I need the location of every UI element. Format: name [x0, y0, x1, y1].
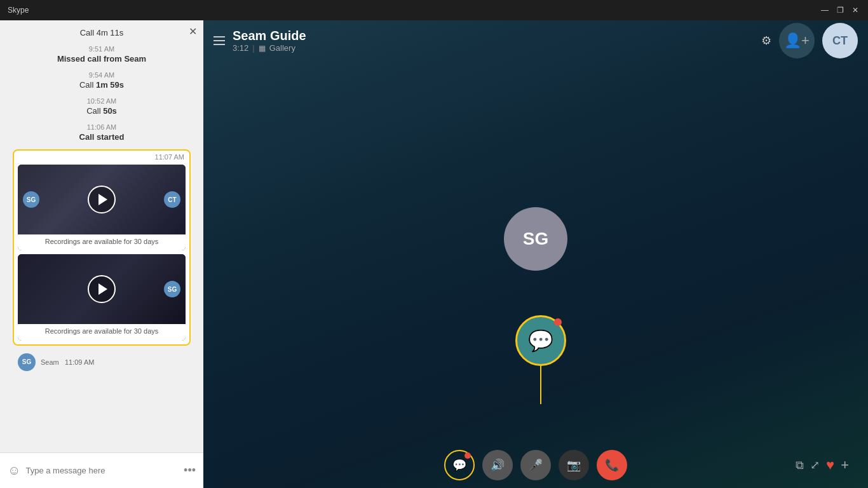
seam-name: Seam: [41, 358, 59, 366]
gallery-icon: ▦: [259, 44, 266, 53]
recording-thumbnail-2: SG: [18, 254, 186, 324]
chat-badge: [554, 318, 562, 326]
chat-text: Call started: [10, 132, 193, 142]
chat-popup-line: [540, 366, 541, 404]
screen-share-button[interactable]: ⧉: [796, 457, 804, 473]
avatar-right-2: SG: [164, 281, 180, 297]
add-person-button[interactable]: 👤+: [779, 23, 815, 58]
chat-text: Call 4m 11s: [10, 28, 193, 37]
more-options-button[interactable]: •••: [184, 464, 196, 477]
seam-indicator: SG Seam 11:09 AM: [10, 351, 193, 374]
recording-timestamp: 11:07 AM: [14, 151, 189, 161]
call-controls: 💬 🔊 🎤 📷 📞 ⧉ ⤢ ♥ +: [203, 442, 868, 488]
chat-time: 9:54 AM: [10, 71, 193, 79]
avatar-right-1: CT: [164, 191, 180, 208]
chat-text: Call 1m 59s: [10, 80, 193, 90]
chat-popup-button[interactable]: 💬: [515, 315, 566, 366]
sidebar-close-button[interactable]: ✕: [189, 25, 197, 37]
chat-text: Call 50s: [10, 106, 193, 116]
chat-popup-icon: 💬: [528, 329, 553, 353]
hamburger-line: [214, 36, 225, 37]
speaker-icon: 🔊: [491, 458, 505, 472]
call-info: Seam Guide 3:12 | ▦ Gallery: [233, 29, 761, 53]
heart-button[interactable]: ♥: [826, 457, 834, 473]
header-actions: ⚙ 👤+ CT: [761, 23, 858, 58]
recording-caption-2: Recordings are available for 30 days: [18, 324, 186, 340]
call-duration: 3:12: [233, 43, 248, 53]
recording-item-2: SG Recordings are available for 30 days: [18, 254, 186, 340]
mute-button[interactable]: 🎤: [520, 450, 551, 480]
restore-button[interactable]: ❐: [835, 5, 845, 15]
titlebar: Skype — ❐ ✕: [0, 0, 868, 20]
chat-time: 9:51 AM: [10, 45, 193, 53]
seam-avatar: SG: [18, 353, 36, 371]
user-avatar-button[interactable]: CT: [822, 23, 858, 58]
play-button-2[interactable]: [88, 275, 116, 303]
chat-item: 11:06 AM Call started: [10, 123, 193, 142]
chat-item: 10:52 AM Call 50s: [10, 97, 193, 116]
chat-sidebar: ✕ Call 4m 11s 9:51 AM Missed call from S…: [0, 20, 203, 488]
chat-text: Missed call from Seam: [10, 54, 193, 64]
sg-avatar: SG: [504, 207, 567, 271]
chat-time: 11:06 AM: [10, 123, 193, 131]
hamburger-line: [214, 44, 225, 45]
subtitle-pipe: |: [252, 43, 254, 53]
hamburger-line: [214, 40, 225, 41]
emoji-button[interactable]: ☺: [8, 463, 20, 478]
seam-name-time: Seam 11:09 AM: [41, 358, 94, 366]
chat-control-button[interactable]: 💬: [444, 450, 475, 480]
end-call-icon: 📞: [605, 458, 619, 472]
video-button[interactable]: 📷: [559, 450, 589, 480]
recording-caption-1: Recordings are available for 30 days: [18, 234, 186, 250]
call-title: Seam Guide: [233, 29, 761, 43]
add-person-icon: 👤+: [784, 32, 810, 49]
recording-block: 11:07 AM SG CT Recordings are available …: [13, 149, 191, 346]
right-controls: ⧉ ⤢ ♥ +: [796, 457, 849, 473]
more-button[interactable]: +: [841, 457, 849, 473]
close-button[interactable]: ✕: [850, 5, 860, 15]
chat-item: 9:51 AM Missed call from Seam: [10, 45, 193, 64]
minimize-button[interactable]: —: [820, 5, 830, 15]
call-content: SG 💬: [203, 61, 868, 442]
recording-item-1: SG CT Recordings are available for 30 da…: [18, 165, 186, 250]
call-subtitle: 3:12 | ▦ Gallery: [233, 43, 761, 53]
end-call-button[interactable]: 📞: [597, 450, 627, 480]
mic-icon: 🎤: [529, 458, 543, 472]
chat-item: 9:54 AM Call 1m 59s: [10, 71, 193, 90]
video-icon: 📷: [567, 458, 581, 472]
chat-popup: 💬: [515, 315, 566, 366]
message-input-area: ☺ •••: [0, 452, 203, 488]
hamburger-menu-button[interactable]: [214, 36, 225, 45]
recording-thumbnail-1: SG CT: [18, 165, 186, 234]
window-controls: — ❐ ✕: [820, 5, 860, 15]
settings-button[interactable]: ⚙: [761, 34, 771, 48]
speaker-button[interactable]: 🔊: [482, 450, 513, 480]
app-title: Skype: [8, 6, 820, 15]
fullscreen-button[interactable]: ⤢: [810, 457, 820, 473]
call-header: Seam Guide 3:12 | ▦ Gallery ⚙ 👤+ CT: [203, 20, 868, 61]
message-input[interactable]: [25, 466, 179, 475]
chat-time: 10:52 AM: [10, 97, 193, 105]
play-button-1[interactable]: [88, 186, 116, 214]
chat-history: Call 4m 11s 9:51 AM Missed call from Sea…: [0, 20, 203, 452]
chat-item: Call 4m 11s: [10, 28, 193, 37]
seam-time: 11:09 AM: [65, 358, 94, 366]
gallery-label: Gallery: [269, 43, 295, 53]
chat-badge-ctrl: [465, 452, 471, 459]
avatar-left-1: SG: [23, 191, 39, 208]
call-area: Seam Guide 3:12 | ▦ Gallery ⚙ 👤+ CT SG 💬: [203, 20, 868, 488]
